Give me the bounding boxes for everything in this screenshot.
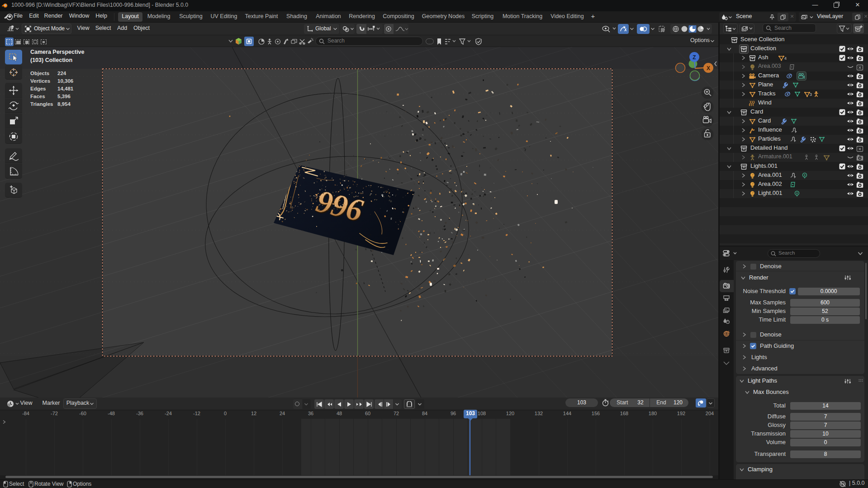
- svg-text:X: X: [707, 65, 710, 71]
- svg-text:Z: Z: [693, 54, 696, 61]
